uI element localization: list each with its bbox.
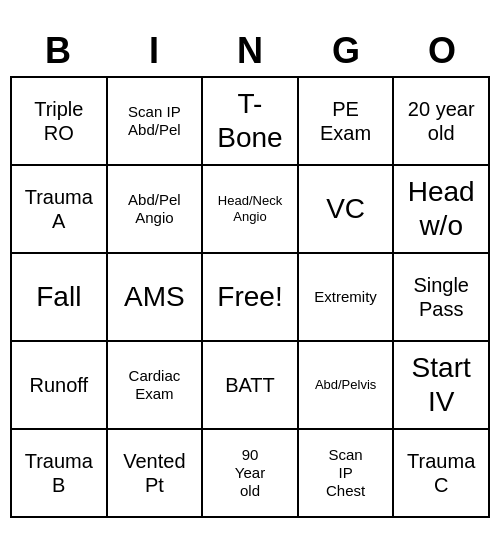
bingo-cell-7: Head/NeckAngio [203, 166, 299, 254]
bingo-cell-17: BATT [203, 342, 299, 430]
header-letter-B: B [10, 26, 106, 76]
bingo-cell-text-16: CardiacExam [129, 367, 181, 403]
bingo-cell-8: VC [299, 166, 395, 254]
bingo-grid: TripleROScan IPAbd/PelT-BonePEExam20 yea… [10, 76, 490, 518]
bingo-cell-text-4: 20 yearold [408, 97, 475, 145]
bingo-cell-13: Extremity [299, 254, 395, 342]
bingo-cell-text-22: 90Yearold [235, 446, 265, 500]
bingo-cell-11: AMS [108, 254, 204, 342]
bingo-cell-14: SinglePass [394, 254, 490, 342]
bingo-cell-text-12: Free! [217, 280, 282, 314]
bingo-cell-9: Headw/o [394, 166, 490, 254]
bingo-cell-24: TraumaC [394, 430, 490, 518]
bingo-cell-6: Abd/PelAngio [108, 166, 204, 254]
header-letter-O: O [394, 26, 490, 76]
bingo-cell-12: Free! [203, 254, 299, 342]
bingo-cell-text-0: TripleRO [34, 97, 83, 145]
bingo-cell-text-6: Abd/PelAngio [128, 191, 181, 227]
bingo-cell-1: Scan IPAbd/Pel [108, 78, 204, 166]
bingo-cell-20: TraumaB [12, 430, 108, 518]
bingo-cell-16: CardiacExam [108, 342, 204, 430]
header-letter-N: N [202, 26, 298, 76]
bingo-cell-0: TripleRO [12, 78, 108, 166]
bingo-cell-4: 20 yearold [394, 78, 490, 166]
bingo-cell-text-18: Abd/Pelvis [315, 377, 376, 393]
bingo-header: BINGO [10, 26, 490, 76]
bingo-cell-text-9: Headw/o [408, 175, 475, 242]
bingo-cell-text-14: SinglePass [413, 273, 469, 321]
bingo-cell-text-13: Extremity [314, 288, 377, 306]
bingo-cell-2: T-Bone [203, 78, 299, 166]
bingo-cell-3: PEExam [299, 78, 395, 166]
header-letter-G: G [298, 26, 394, 76]
bingo-cell-18: Abd/Pelvis [299, 342, 395, 430]
bingo-cell-text-3: PEExam [320, 97, 371, 145]
bingo-cell-text-24: TraumaC [407, 449, 475, 497]
bingo-card: BINGO TripleROScan IPAbd/PelT-BonePEExam… [10, 26, 490, 518]
bingo-cell-19: StartIV [394, 342, 490, 430]
header-letter-I: I [106, 26, 202, 76]
bingo-cell-text-21: VentedPt [123, 449, 185, 497]
bingo-cell-text-15: Runoff [30, 373, 89, 397]
bingo-cell-text-2: T-Bone [217, 87, 282, 154]
bingo-cell-text-20: TraumaB [25, 449, 93, 497]
bingo-cell-22: 90Yearold [203, 430, 299, 518]
bingo-cell-text-19: StartIV [412, 351, 471, 418]
bingo-cell-15: Runoff [12, 342, 108, 430]
bingo-cell-text-5: TraumaA [25, 185, 93, 233]
bingo-cell-text-17: BATT [225, 373, 275, 397]
bingo-cell-text-23: ScanIPChest [326, 446, 365, 500]
bingo-cell-text-1: Scan IPAbd/Pel [128, 103, 181, 139]
bingo-cell-21: VentedPt [108, 430, 204, 518]
bingo-cell-text-10: Fall [36, 280, 81, 314]
bingo-cell-23: ScanIPChest [299, 430, 395, 518]
bingo-cell-text-7: Head/NeckAngio [218, 193, 282, 224]
bingo-cell-text-8: VC [326, 192, 365, 226]
bingo-cell-5: TraumaA [12, 166, 108, 254]
bingo-cell-text-11: AMS [124, 280, 185, 314]
bingo-cell-10: Fall [12, 254, 108, 342]
